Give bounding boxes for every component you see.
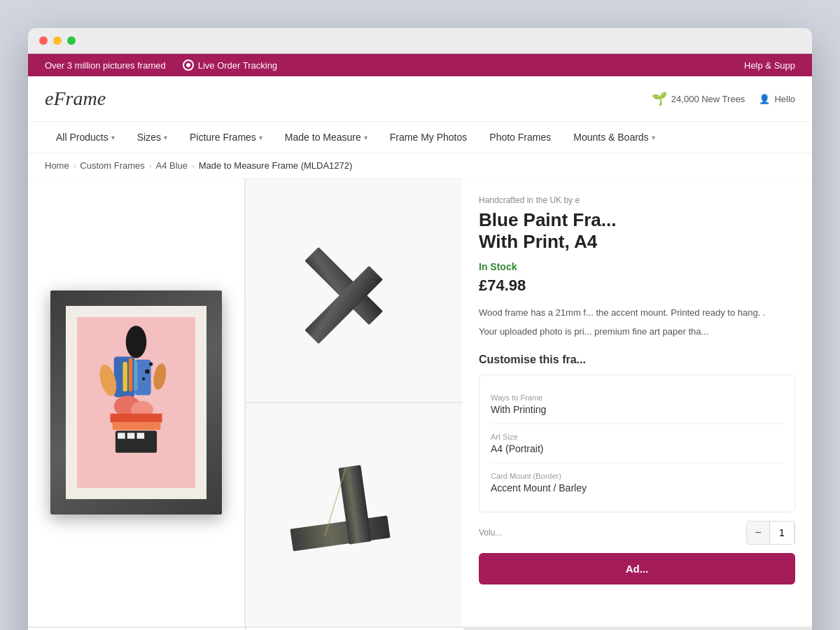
breadcrumb-custom-frames[interactable]: Custom Frames [80,160,144,171]
user-greeting[interactable]: 👤 Hello [759,94,795,104]
customise-card: Ways to Frame With Printing Art Size A4 … [479,374,795,512]
nav-mounts-boards-label: Mounts & Boards [573,132,648,143]
product-description: Wood frame has a 21mm f... the accent mo… [479,306,795,340]
svg-point-18 [149,362,153,365]
gallery-main-image[interactable] [28,178,244,626]
nav-all-products[interactable]: All Products ▾ [45,122,126,153]
svg-rect-12 [127,433,135,438]
header-right: 🌱 24,000 New Trees 👤 Hello [652,91,795,106]
nav-photo-frames-label: Photo Frames [489,132,551,143]
card-mount-value: Accent Mount / Barley [491,482,783,493]
chevron-down-icon: ▾ [111,134,115,141]
svg-point-1 [126,326,147,358]
ways-to-frame-option[interactable]: Ways to Frame With Printing [491,385,783,424]
tree-icon: 🌱 [652,91,667,106]
art-size-value: A4 (Portrait) [491,443,783,454]
live-dot-icon [183,59,194,71]
user-icon: 👤 [759,94,770,104]
description-paragraph-1: Wood frame has a 21mm f... the accent mo… [479,306,795,321]
breadcrumb-a4-blue[interactable]: A4 Blue [156,160,188,171]
live-tracking-text: Live Order Tracking [198,60,277,71]
volume-row: Volu... − 1 [479,521,795,545]
svg-rect-22 [290,515,390,551]
main-content: Handcrafted in the UK by e Blue Paint Fr… [28,178,812,626]
chevron-down-icon: ▾ [364,134,368,141]
art-size-label: Art Size [491,433,783,441]
description-paragraph-2: Your uploaded photo is pri... premium fi… [479,325,795,340]
nav-photo-frames[interactable]: Photo Frames [478,122,562,153]
quantity-stepper[interactable]: − 1 [746,521,795,545]
logo-text: e [45,88,53,109]
nav-all-products-label: All Products [56,132,108,143]
announcement-left: Over 3 million pictures framed Live Orde… [45,59,277,71]
volume-label: Volu... [479,528,502,538]
nav-frame-my-photos-label: Frame My Photos [390,132,467,143]
product-title: Blue Paint Fra...With Print, A4 [479,209,795,253]
announcement-bar: Over 3 million pictures framed Live Orde… [28,54,812,76]
live-tracking: Live Order Tracking [183,59,277,71]
help-support-link[interactable]: Help & Supp [744,60,795,71]
product-panel: Handcrafted in the UK by e Blue Paint Fr… [462,178,812,626]
chevron-down-icon: ▾ [259,134,262,141]
minimize-button[interactable] [53,36,62,45]
nav-frame-my-photos[interactable]: Frame My Photos [379,122,478,153]
card-mount-option[interactable]: Card Mount (Border) Accent Mount / Barle… [491,463,783,502]
chevron-down-icon: ▾ [164,134,167,141]
nav-sizes-label: Sizes [137,132,161,143]
trees-badge[interactable]: 🌱 24,000 New Trees [652,91,746,106]
svg-rect-8 [111,414,162,423]
breadcrumb-sep: › [149,162,152,170]
site-header: eFrame 🌱 24,000 New Trees 👤 Hello [28,76,812,122]
million-frames-text: Over 3 million pictures framed [45,60,166,71]
breadcrumb: Home › Custom Frames › A4 Blue › Made to… [28,153,812,178]
svg-rect-11 [118,433,125,438]
svg-rect-16 [134,361,137,391]
trees-count: 24,000 New Trees [671,94,746,104]
ways-to-frame-value: With Printing [491,404,783,415]
in-stock-badge: In Stock [479,261,795,272]
svg-rect-15 [129,358,132,392]
svg-rect-9 [113,423,161,430]
svg-rect-14 [122,362,127,391]
ways-to-frame-label: Ways to Frame [491,393,783,402]
product-gallery [28,178,462,626]
customise-section-title: Customise this fra... [479,354,795,366]
greeting-text: Hello [774,94,795,104]
svg-rect-13 [137,433,145,438]
gallery-frame-corner-top[interactable] [246,178,462,402]
card-mount-label: Card Mount (Border) [491,472,783,480]
breadcrumb-current: Made to Measure Frame (MLDA1272) [199,160,353,171]
svg-point-19 [142,377,145,380]
chevron-down-icon: ▾ [652,134,655,141]
gallery-frame-corner-bottom[interactable] [246,403,462,626]
handcrafted-label: Handcrafted in the UK by e [479,195,795,205]
nav-made-to-measure[interactable]: Made to Measure ▾ [274,122,379,153]
nav-made-to-measure-label: Made to Measure [285,132,361,143]
nav-mounts-boards[interactable]: Mounts & Boards ▾ [562,122,666,153]
breadcrumb-sep: › [192,162,195,170]
gallery-bottom-row [28,626,812,630]
site-logo[interactable]: eFrame [45,88,106,110]
svg-point-17 [145,369,149,373]
nav-picture-frames-label: Picture Frames [190,132,256,143]
art-size-option[interactable]: Art Size A4 (Portrait) [491,424,783,463]
product-price: £74.98 [479,276,795,295]
breadcrumb-sep: › [74,162,76,170]
nav-picture-frames[interactable]: Picture Frames ▾ [178,122,274,153]
close-button[interactable] [39,36,48,45]
breadcrumb-home[interactable]: Home [45,160,69,171]
nav-sizes[interactable]: Sizes ▾ [126,122,178,153]
quantity-value: 1 [769,522,794,544]
browser-chrome [28,28,812,54]
main-nav: All Products ▾ Sizes ▾ Picture Frames ▾ … [28,122,812,153]
quantity-decrease-button[interactable]: − [747,522,769,544]
maximize-button[interactable] [67,36,76,45]
add-to-cart-button[interactable]: Ad... [479,553,795,584]
browser-window: Over 3 million pictures framed Live Orde… [28,28,812,630]
